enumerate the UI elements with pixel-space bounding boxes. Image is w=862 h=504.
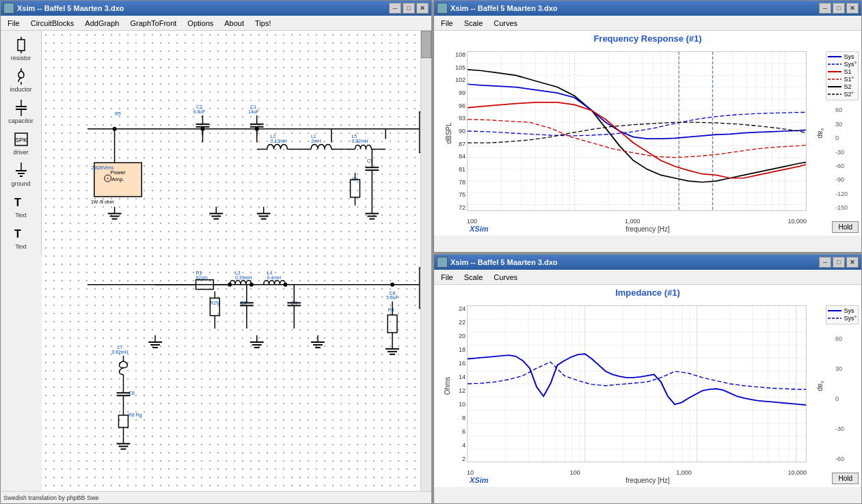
- imp-titlebar[interactable]: Xsim -- Baffel 5 Maarten 3.dxo ─ □ ✕: [434, 255, 861, 270]
- legend-sys: Sys: [828, 53, 857, 60]
- minimize-button[interactable]: ─: [389, 3, 401, 14]
- svg-text:C6: C6: [390, 291, 396, 296]
- schematic-svg: Power Amp. + 1W /8 ohm 2.828Vrms C2 6.8u…: [42, 31, 431, 491]
- driver-icon: SPK: [12, 130, 31, 149]
- svg-text:0.82mH: 0.82mH: [352, 139, 368, 143]
- toolbar-ground[interactable]: ground: [3, 159, 40, 189]
- svg-rect-123: [388, 315, 397, 333]
- svg-text:6.8uF: 6.8uF: [193, 109, 206, 114]
- imp-xsim-label: XSim: [470, 476, 489, 484]
- imp-legend-sys-phase: Sys°: [828, 315, 857, 322]
- main-titlebar[interactable]: Xsim -- Baffel 5 Maarten 3.dxo ─ □ ✕: [1, 1, 431, 16]
- svg-text:2mH: 2mH: [311, 139, 321, 143]
- svg-point-165: [113, 127, 117, 131]
- imp-menu-curves[interactable]: Curves: [488, 272, 523, 283]
- toolbar-inductor[interactable]: inductor: [3, 65, 40, 95]
- freq-response-window: Xsim -- Baffel 5 Maarten 3.dxo ─ □ ✕ Fil…: [433, 0, 862, 253]
- svg-text:C1: C1: [250, 104, 256, 109]
- menu-addgraph[interactable]: AddGraph: [79, 18, 124, 29]
- svg-text:0.4mH: 0.4mH: [267, 275, 281, 280]
- freq-close[interactable]: ✕: [846, 3, 859, 14]
- capacitor-icon: [12, 98, 31, 117]
- main-window-icon: [3, 3, 14, 14]
- freq-maximize[interactable]: □: [833, 3, 845, 14]
- menu-circuitblocks[interactable]: CircuitBlocks: [25, 18, 80, 29]
- imp-close[interactable]: ✕: [846, 257, 859, 268]
- legend-s2: S2: [828, 83, 857, 90]
- freq-minimize[interactable]: ─: [819, 3, 831, 14]
- svg-text:L4: L4: [267, 270, 273, 275]
- svg-text:R1: R1: [196, 270, 202, 275]
- svg-text:SPK: SPK: [14, 137, 27, 143]
- svg-text:Amp.: Amp.: [111, 176, 124, 182]
- imp-maximize[interactable]: □: [833, 257, 845, 268]
- menu-options[interactable]: Options: [182, 18, 219, 29]
- svg-text:14uF: 14uF: [248, 109, 259, 114]
- svg-text:1W /8 ohm: 1W /8 ohm: [91, 199, 114, 204]
- toolbar-resistor[interactable]: resistor: [3, 33, 40, 64]
- toolbar-driver[interactable]: SPK driver: [3, 128, 40, 158]
- imp-ylabel-left: Ohms: [444, 377, 451, 395]
- freq-menu-file[interactable]: File: [435, 18, 459, 29]
- freq-window-controls: ─ □ ✕: [819, 3, 859, 14]
- freq-xaxis: 100 1,000 10,000: [467, 218, 807, 225]
- maximize-button[interactable]: □: [403, 3, 415, 14]
- svg-text:L1: L1: [311, 134, 316, 139]
- svg-point-164: [255, 127, 259, 131]
- svg-text:0.39mH: 0.39mH: [235, 275, 252, 280]
- toolbar-capacitor[interactable]: capacitor: [3, 96, 40, 126]
- freq-menu-curves[interactable]: Curves: [488, 18, 523, 29]
- menu-file[interactable]: File: [2, 18, 25, 29]
- left-toolbar: resistor inductor: [1, 31, 42, 255]
- imp-minimize[interactable]: ─: [819, 257, 831, 268]
- main-menubar: File CircuitBlocks AddGraph GraphToFront…: [1, 16, 431, 31]
- svg-rect-157: [119, 415, 129, 428]
- imp-menu-file[interactable]: File: [435, 272, 459, 283]
- imp-legend-sys: Sys: [828, 307, 857, 314]
- imp-graph-area: Impedance (#1) 24 22 20 18 16 14 12 10 8…: [434, 285, 861, 487]
- freq-graph-title: Frequency Response (#1): [437, 33, 859, 44]
- menu-graphtofront[interactable]: GraphToFront: [124, 18, 182, 29]
- freq-window-icon: [437, 3, 448, 14]
- svg-text:T: T: [14, 197, 21, 208]
- freq-hold-button[interactable]: Hold: [832, 221, 859, 233]
- driver-label: driver: [13, 149, 29, 156]
- freq-graph-inner: [467, 51, 807, 211]
- svg-text:+: +: [106, 176, 109, 182]
- svg-text:Rg: Rg: [136, 412, 142, 418]
- svg-text:L2: L2: [271, 134, 276, 139]
- svg-text:5.6uF: 5.6uF: [386, 295, 399, 300]
- freq-title: Xsim -- Baffel 5 Maarten 3.dxo: [450, 4, 819, 12]
- schematic-area[interactable]: Power Amp. + 1W /8 ohm 2.828Vrms C2 6.8u…: [42, 31, 431, 491]
- svg-rect-1: [18, 40, 25, 51]
- freq-legend: Sys Sys° S1 S1° S2 S2°: [826, 51, 859, 100]
- toolbar-text2[interactable]: T Text: [3, 222, 40, 252]
- svg-rect-68: [351, 180, 360, 197]
- statusbar-text: Swedish translation by phpBB Swe: [3, 494, 99, 501]
- svg-text:R5: R5: [115, 111, 121, 116]
- svg-text:L5: L5: [352, 134, 358, 139]
- imp-window-icon: [437, 257, 448, 268]
- text1-icon: T: [12, 193, 31, 212]
- svg-text:0.82mH: 0.82mH: [111, 350, 128, 354]
- svg-text:R2N: R2N: [210, 300, 219, 305]
- freq-menubar: File Scale Curves: [434, 16, 861, 31]
- menu-tips[interactable]: Tips!: [250, 18, 276, 29]
- imp-hold-button[interactable]: Hold: [832, 473, 859, 484]
- resistor-icon: [12, 36, 31, 55]
- toolbar-text1[interactable]: T Text: [3, 191, 40, 221]
- imp-menu-scale[interactable]: Scale: [459, 272, 489, 283]
- close-button[interactable]: ✕: [416, 3, 429, 14]
- freq-ylabel-left: dBSPL: [445, 122, 453, 143]
- scrollbar-vertical[interactable]: ▲: [420, 31, 431, 491]
- imp-ylabel-right: °ap: [817, 380, 824, 391]
- main-title: Xsim -- Baffel 5 Maarten 3.dxo: [17, 4, 389, 12]
- scroll-thumb-vertical[interactable]: [421, 31, 431, 58]
- freq-titlebar[interactable]: Xsim -- Baffel 5 Maarten 3.dxo ─ □ ✕: [434, 1, 861, 16]
- ground-label: ground: [11, 180, 30, 187]
- freq-graph-area: Frequency Response (#1) 108 105 102 99 9…: [434, 31, 861, 236]
- menu-about[interactable]: About: [219, 18, 250, 29]
- imp-title: Xsim -- Baffel 5 Maarten 3.dxo: [450, 258, 819, 266]
- svg-text:Power: Power: [110, 169, 126, 176]
- freq-menu-scale[interactable]: Scale: [459, 18, 489, 29]
